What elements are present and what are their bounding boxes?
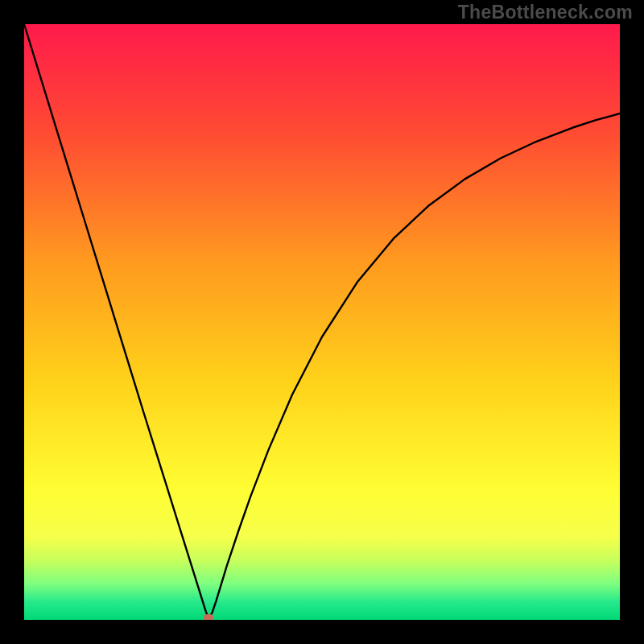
plot-area <box>24 24 620 620</box>
min-point-marker <box>204 614 213 620</box>
watermark-text: TheBottleneck.com <box>458 2 633 23</box>
curve-line <box>24 24 620 620</box>
chart-frame: TheBottleneck.com <box>0 0 644 644</box>
